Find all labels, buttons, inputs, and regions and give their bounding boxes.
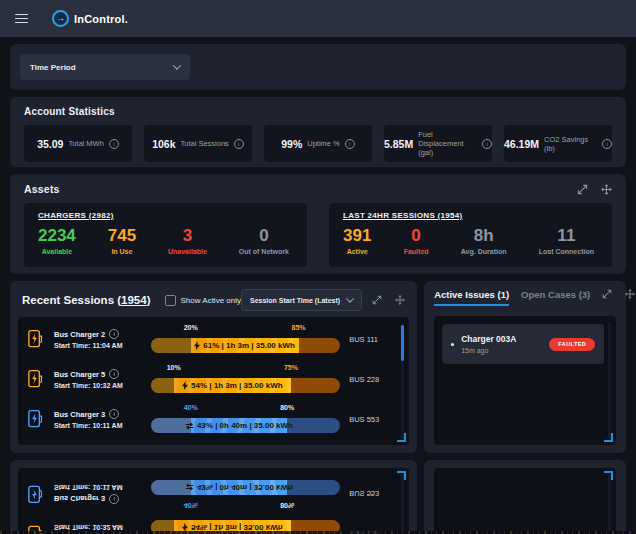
info-icon[interactable] (234, 139, 244, 149)
show-active-only-label: Show Active only (181, 296, 241, 305)
bus-id: BUS 228 (349, 375, 395, 384)
issue-card[interactable]: Charger 003A15m agoFAULTED (442, 324, 604, 364)
sort-dropdown[interactable]: Session Start Time (Latest) (241, 289, 362, 311)
soc-end-label: 85% (292, 324, 306, 331)
session-charger-name: Bus Charger 2 (54, 329, 142, 339)
account-statistics-panel: Account Statistics 35.09Total MWh106kTot… (10, 97, 626, 167)
time-period-select[interactable]: Time Period (20, 54, 190, 80)
chargers-title: CHARGERS (2982) (38, 211, 293, 220)
soc-end-label: 80% (280, 502, 294, 509)
tab-active-issues[interactable]: Active Issues (1) (434, 289, 509, 306)
info-icon[interactable] (109, 494, 119, 504)
stat-value: 46.19M (504, 138, 539, 150)
stat-label: Fuel Displacement (gal) (418, 130, 477, 157)
resize-corner-icon[interactable] (604, 471, 613, 480)
move-icon[interactable] (625, 289, 635, 299)
asset-stat-value: 11 (539, 227, 594, 244)
middle-row: Recent Sessions (1954) Show Active only … (10, 460, 626, 534)
session-start-time: Start Time: 10:11 AM (54, 484, 142, 491)
move-icon[interactable] (395, 295, 405, 305)
tab-open-cases[interactable]: Open Cases (3) (521, 289, 590, 306)
asset-stat-value: 8h (461, 227, 507, 244)
soc-end-label: 75% (284, 364, 298, 371)
session-row[interactable]: Bus Charger 3Start Time: 10:11 AM40%80%4… (28, 399, 395, 439)
expand-icon[interactable] (577, 184, 588, 195)
stat-value: 99% (281, 138, 302, 150)
session-bar-text: 54% | 1h 3m | 35.00 kWh (191, 381, 283, 390)
session-row[interactable]: Bus Charger 2Start Time: 11:04 AM20%85%6… (28, 319, 395, 359)
bolt-icon (182, 381, 188, 390)
scrollbar-track[interactable] (608, 474, 611, 534)
scrollbar-track[interactable] (608, 322, 611, 439)
time-period-panel: Time Period (10, 44, 626, 90)
soc-start-label: 40% (184, 502, 198, 509)
scrollbar-track[interactable] (401, 474, 404, 534)
asset-stat-label: Avg. Duration (461, 248, 507, 255)
session-bar-text: 43% | 0h 40m | 35.00 kWh (197, 421, 293, 430)
session-row[interactable]: Bus Charger 3Start Time: 10:11 AM40%80%4… (28, 474, 395, 514)
bullet-icon (451, 343, 454, 346)
stat-value: 106k (152, 138, 175, 150)
middle-row: Recent Sessions (1954) Show Active only … (10, 281, 626, 453)
asset-stat-label: Active (343, 248, 371, 255)
show-active-only-checkbox[interactable] (165, 295, 176, 306)
expand-icon[interactable] (372, 295, 382, 305)
assets-panel: Assets CHARGERS (2982) 2234Available745I… (10, 174, 626, 274)
soc-start-label: 20% (184, 324, 198, 331)
asset-stat: 3Unavailable (168, 227, 207, 255)
info-icon[interactable] (109, 369, 119, 379)
asset-stat-value: 0 (404, 227, 429, 244)
account-stat-card: 46.19MCO2 Savings (lb) (504, 125, 612, 162)
chargers-summary-card: CHARGERS (2982) 2234Available745In Use3U… (24, 203, 307, 267)
stat-value: 5.85M (384, 138, 413, 150)
info-icon[interactable] (602, 139, 612, 149)
scrollbar-thumb[interactable] (401, 325, 404, 361)
move-icon[interactable] (601, 184, 612, 195)
charger-icon (28, 409, 45, 430)
asset-stat-label: Unavailable (168, 248, 207, 255)
account-stat-card: 106kTotal Sessions (144, 125, 252, 162)
info-icon[interactable] (482, 139, 492, 149)
session-bar-text: 61% | 1h 3m | 35.00 kWh (203, 341, 295, 350)
bus-id: BUS 111 (349, 335, 395, 344)
asset-stat: 11Lost Connection (539, 227, 594, 255)
swap-arrows-icon (185, 484, 194, 492)
resize-corner-icon[interactable] (397, 433, 406, 442)
session-row[interactable]: Bus Charger 5Start Time: 10:32 AM10%75%5… (28, 359, 395, 399)
asset-stat: 2234Available (38, 227, 76, 255)
stat-label: CO2 Savings (lb) (544, 135, 597, 153)
soc-end-label: 80% (280, 404, 294, 411)
sort-dropdown-label: Session Start Time (Latest) (250, 297, 340, 304)
soc-start-label: 40% (184, 404, 198, 411)
soc-start-label: 10% (167, 364, 181, 371)
charger-icon (28, 484, 45, 505)
top-navbar: → InControl. (0, 0, 636, 37)
account-stat-card: 99%Uptime % (264, 125, 372, 162)
session-progress-bar: 43% | 0h 40m | 35.00 kWh (151, 418, 340, 433)
resize-corner-icon[interactable] (397, 471, 406, 480)
asset-stat: 0Out of Network (239, 227, 289, 255)
time-period-label: Time Period (30, 63, 76, 72)
info-icon[interactable] (109, 409, 119, 419)
charger-icon (28, 329, 45, 350)
last-24hr-sessions-title: LAST 24HR SESSIONS (1954) (343, 211, 598, 220)
asset-stat-value: 745 (108, 227, 136, 244)
session-charger-name: Bus Charger 3 (54, 409, 142, 419)
expand-icon[interactable] (602, 289, 612, 299)
assets-title: Assets (24, 183, 60, 195)
info-icon[interactable] (109, 329, 119, 339)
account-stats-row: 35.09Total MWh106kTotal Sessions99%Uptim… (24, 125, 612, 162)
info-icon[interactable] (109, 139, 119, 149)
hamburger-menu-icon[interactable] (15, 14, 28, 24)
issues-list: Charger 003A15m agoFAULTED (434, 468, 616, 534)
resize-corner-icon[interactable] (604, 433, 613, 442)
asset-stat-value: 2234 (38, 227, 76, 244)
account-stat-card: 5.85MFuel Displacement (gal) (384, 125, 492, 162)
asset-stat-label: Faulted (404, 248, 429, 255)
sessions-list: Bus Charger 2Start Time: 11:04 AM20%85%6… (18, 317, 409, 445)
session-progress-bar: 54% | 1h 3m | 35.00 kWh (151, 378, 340, 393)
asset-stat: 0Faulted (404, 227, 429, 255)
info-icon[interactable] (345, 139, 355, 149)
app-logo[interactable]: → InControl. (52, 10, 128, 27)
active-issues-panel: Active Issues (1) Open Cases (3) Charger… (424, 460, 626, 534)
